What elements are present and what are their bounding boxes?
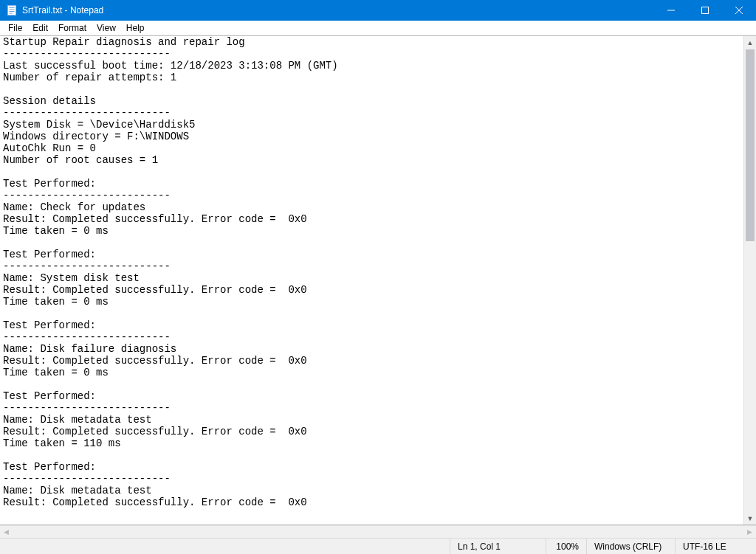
status-spacer [0,539,450,554]
menu-edit[interactable]: Edit [27,22,53,34]
svg-rect-0 [8,6,16,15]
horizontal-scrollbar[interactable]: ◀ ▶ [0,525,756,538]
scroll-left-arrow-icon[interactable]: ◀ [0,526,13,538]
window-title: SrtTrail.txt - Notepad [22,5,654,15]
title-bar: SrtTrail.txt - Notepad [0,0,756,21]
vertical-scrollbar[interactable]: ▲ ▼ [743,36,756,524]
status-zoom: 100% [546,539,586,554]
status-encoding: UTF-16 LE [675,539,756,554]
menu-format[interactable]: Format [53,22,92,34]
scroll-down-arrow-icon[interactable]: ▼ [744,512,756,524]
status-line-ending: Windows (CRLF) [586,539,675,554]
status-bar: Ln 1, Col 1 100% Windows (CRLF) UTF-16 L… [0,538,756,554]
menu-bar: File Edit Format View Help [0,21,756,35]
menu-view[interactable]: View [92,22,121,34]
menu-help[interactable]: Help [121,22,150,34]
scroll-right-arrow-icon[interactable]: ▶ [743,526,756,538]
svg-rect-6 [702,7,709,14]
menu-file[interactable]: File [3,22,27,34]
close-button[interactable] [722,0,756,21]
editor-area: Startup Repair diagnosis and repair log … [0,35,756,525]
minimize-button[interactable] [654,0,688,21]
maximize-button[interactable] [688,0,722,21]
notepad-icon [6,4,18,16]
scroll-up-arrow-icon[interactable]: ▲ [744,36,756,49]
status-cursor-position: Ln 1, Col 1 [450,539,546,554]
text-editor[interactable]: Startup Repair diagnosis and repair log … [0,36,743,524]
window-controls [654,0,756,21]
vertical-scroll-thumb[interactable] [746,49,755,241]
